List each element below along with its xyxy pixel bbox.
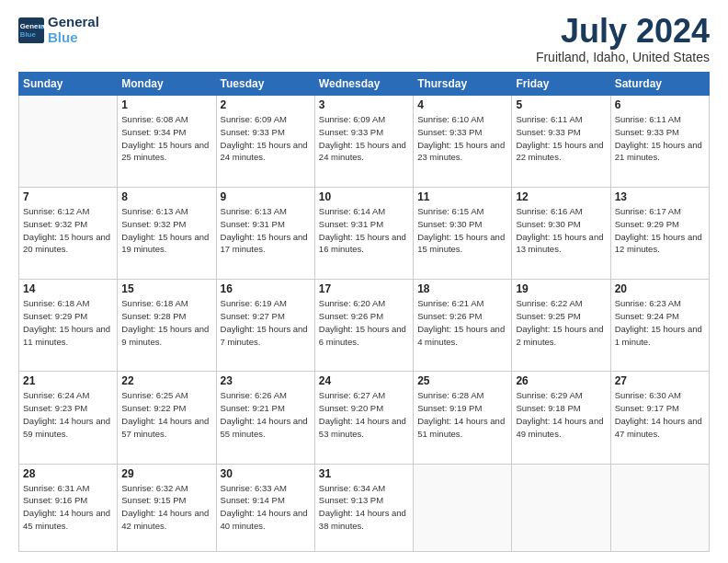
day-number: 29 [121,467,211,480]
day-number: 30 [221,467,311,480]
day-number: 10 [319,190,409,203]
calendar-cell [512,464,610,551]
calendar-cell [610,464,709,551]
day-number: 26 [516,374,606,387]
day-info: Sunrise: 6:19 AM Sunset: 9:27 PM Dayligh… [221,297,311,348]
day-info: Sunrise: 6:13 AM Sunset: 9:31 PM Dayligh… [221,205,311,256]
day-number: 18 [417,282,507,295]
calendar-cell: 3Sunrise: 6:09 AM Sunset: 9:33 PM Daylig… [314,96,413,188]
calendar-week-3: 14Sunrise: 6:18 AM Sunset: 9:29 PM Dayli… [19,280,710,372]
calendar: SundayMondayTuesdayWednesdayThursdayFrid… [18,72,710,552]
calendar-cell: 11Sunrise: 6:15 AM Sunset: 9:30 PM Dayli… [414,188,512,280]
day-number: 31 [319,467,409,480]
day-info: Sunrise: 6:27 AM Sunset: 9:20 PM Dayligh… [319,389,409,440]
calendar-cell: 15Sunrise: 6:18 AM Sunset: 9:28 PM Dayli… [118,280,216,372]
calendar-cell: 18Sunrise: 6:21 AM Sunset: 9:26 PM Dayli… [414,280,512,372]
calendar-cell: 9Sunrise: 6:13 AM Sunset: 9:31 PM Daylig… [216,188,314,280]
calendar-cell: 7Sunrise: 6:12 AM Sunset: 9:32 PM Daylig… [19,188,118,280]
calendar-cell: 22Sunrise: 6:25 AM Sunset: 9:22 PM Dayli… [118,372,216,464]
col-header-wednesday: Wednesday [314,73,413,96]
month-title: July 2024 [536,15,710,48]
day-number: 21 [23,374,113,387]
calendar-cell: 10Sunrise: 6:14 AM Sunset: 9:31 PM Dayli… [314,188,413,280]
calendar-cell: 16Sunrise: 6:19 AM Sunset: 9:27 PM Dayli… [216,280,314,372]
calendar-cell: 30Sunrise: 6:33 AM Sunset: 9:14 PM Dayli… [216,464,314,551]
calendar-cell: 8Sunrise: 6:13 AM Sunset: 9:32 PM Daylig… [118,188,216,280]
day-info: Sunrise: 6:31 AM Sunset: 9:16 PM Dayligh… [23,482,113,533]
day-info: Sunrise: 6:28 AM Sunset: 9:19 PM Dayligh… [417,389,507,440]
logo-icon: General Blue [18,17,44,43]
day-number: 19 [516,282,606,295]
calendar-week-4: 21Sunrise: 6:24 AM Sunset: 9:23 PM Dayli… [19,372,710,464]
day-info: Sunrise: 6:15 AM Sunset: 9:30 PM Dayligh… [417,205,507,256]
calendar-week-5: 28Sunrise: 6:31 AM Sunset: 9:16 PM Dayli… [19,464,710,551]
logo-text: General Blue [48,15,99,45]
calendar-cell: 14Sunrise: 6:18 AM Sunset: 9:29 PM Dayli… [19,280,118,372]
day-number: 16 [221,282,311,295]
col-header-sunday: Sunday [19,73,118,96]
day-info: Sunrise: 6:32 AM Sunset: 9:15 PM Dayligh… [121,482,211,533]
day-number: 28 [23,467,113,480]
page: General Blue General Blue July 2024 Frui… [0,0,728,563]
day-info: Sunrise: 6:21 AM Sunset: 9:26 PM Dayligh… [417,297,507,348]
day-number: 13 [615,190,705,203]
calendar-cell: 1Sunrise: 6:08 AM Sunset: 9:34 PM Daylig… [118,96,216,188]
day-info: Sunrise: 6:18 AM Sunset: 9:29 PM Dayligh… [23,297,113,348]
day-info: Sunrise: 6:12 AM Sunset: 9:32 PM Dayligh… [23,205,113,256]
day-number: 11 [417,190,507,203]
calendar-cell: 29Sunrise: 6:32 AM Sunset: 9:15 PM Dayli… [118,464,216,551]
calendar-week-1: 1Sunrise: 6:08 AM Sunset: 9:34 PM Daylig… [19,96,710,188]
day-info: Sunrise: 6:16 AM Sunset: 9:30 PM Dayligh… [516,205,606,256]
day-number: 12 [516,190,606,203]
day-info: Sunrise: 6:24 AM Sunset: 9:23 PM Dayligh… [23,389,113,440]
day-number: 23 [221,374,311,387]
calendar-cell [19,96,118,188]
day-number: 1 [121,98,211,111]
day-info: Sunrise: 6:18 AM Sunset: 9:28 PM Dayligh… [121,297,211,348]
day-info: Sunrise: 6:34 AM Sunset: 9:13 PM Dayligh… [319,482,409,533]
day-number: 4 [417,98,507,111]
calendar-cell: 12Sunrise: 6:16 AM Sunset: 9:30 PM Dayli… [512,188,610,280]
calendar-cell [414,464,512,551]
calendar-cell: 6Sunrise: 6:11 AM Sunset: 9:33 PM Daylig… [610,96,709,188]
day-number: 5 [516,98,606,111]
day-info: Sunrise: 6:10 AM Sunset: 9:33 PM Dayligh… [417,113,507,164]
day-number: 14 [23,282,113,295]
day-info: Sunrise: 6:25 AM Sunset: 9:22 PM Dayligh… [121,389,211,440]
day-info: Sunrise: 6:22 AM Sunset: 9:25 PM Dayligh… [516,297,606,348]
day-info: Sunrise: 6:30 AM Sunset: 9:17 PM Dayligh… [615,389,705,440]
day-info: Sunrise: 6:11 AM Sunset: 9:33 PM Dayligh… [615,113,705,164]
day-info: Sunrise: 6:23 AM Sunset: 9:24 PM Dayligh… [615,297,705,348]
calendar-cell: 26Sunrise: 6:29 AM Sunset: 9:18 PM Dayli… [512,372,610,464]
col-header-thursday: Thursday [414,73,512,96]
day-number: 20 [615,282,705,295]
day-number: 7 [23,190,113,203]
col-header-tuesday: Tuesday [216,73,314,96]
day-info: Sunrise: 6:14 AM Sunset: 9:31 PM Dayligh… [319,205,409,256]
calendar-cell: 27Sunrise: 6:30 AM Sunset: 9:17 PM Dayli… [610,372,709,464]
day-info: Sunrise: 6:29 AM Sunset: 9:18 PM Dayligh… [516,389,606,440]
day-info: Sunrise: 6:26 AM Sunset: 9:21 PM Dayligh… [221,389,311,440]
day-info: Sunrise: 6:09 AM Sunset: 9:33 PM Dayligh… [221,113,311,164]
calendar-cell: 4Sunrise: 6:10 AM Sunset: 9:33 PM Daylig… [414,96,512,188]
day-info: Sunrise: 6:33 AM Sunset: 9:14 PM Dayligh… [221,482,311,533]
day-info: Sunrise: 6:08 AM Sunset: 9:34 PM Dayligh… [121,113,211,164]
col-header-friday: Friday [512,73,610,96]
col-header-monday: Monday [118,73,216,96]
day-number: 8 [121,190,211,203]
calendar-cell: 17Sunrise: 6:20 AM Sunset: 9:26 PM Dayli… [314,280,413,372]
col-header-saturday: Saturday [610,73,709,96]
day-info: Sunrise: 6:09 AM Sunset: 9:33 PM Dayligh… [319,113,409,164]
day-info: Sunrise: 6:17 AM Sunset: 9:29 PM Dayligh… [615,205,705,256]
day-number: 22 [121,374,211,387]
calendar-cell: 28Sunrise: 6:31 AM Sunset: 9:16 PM Dayli… [19,464,118,551]
svg-text:Blue: Blue [20,30,37,39]
calendar-cell: 5Sunrise: 6:11 AM Sunset: 9:33 PM Daylig… [512,96,610,188]
calendar-cell: 2Sunrise: 6:09 AM Sunset: 9:33 PM Daylig… [216,96,314,188]
title-block: July 2024 Fruitland, Idaho, United State… [536,15,710,64]
header: General Blue General Blue July 2024 Frui… [18,15,710,64]
day-number: 3 [319,98,409,111]
day-number: 9 [221,190,311,203]
day-info: Sunrise: 6:13 AM Sunset: 9:32 PM Dayligh… [121,205,211,256]
logo-line2: Blue [48,30,99,46]
